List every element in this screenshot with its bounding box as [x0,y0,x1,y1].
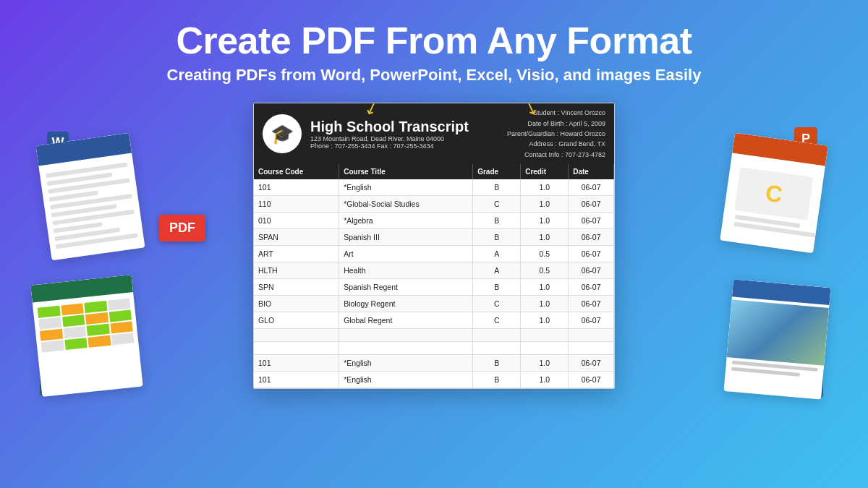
col-header-grade: Grade [473,164,521,179]
cell-12-4: 06-07 [569,372,614,388]
table-row: 010*AlgebraB1.006-07 [254,213,614,229]
school-address: 123 Mountain Road, Dead River, Maine 040… [310,135,469,142]
excel-cell-9 [40,329,63,341]
school-info: High School Transcript 123 Mountain Road… [310,119,469,150]
student-info: Student : Vincent Orozco Date of Birth :… [507,108,605,160]
pdf-document-header: 🎓 High School Transcript 123 Mountain Ro… [254,103,614,164]
cell-8-2: C [473,312,521,329]
cell-7-4: 06-07 [569,296,614,312]
table-row: SPANSpanish IIIB1.006-07 [254,229,614,246]
cell-4-4: 06-07 [569,246,614,262]
cell-3-3: 1.0 [521,229,569,246]
cell-0-2: B [473,179,521,196]
cell-2-1: *Algebra [339,213,473,229]
cell-3-2: B [473,229,521,246]
cell-9-1 [339,329,473,342]
c-letter: C [764,179,784,208]
transcript-table: Course Code Course Title Grade Credit Da… [254,164,614,388]
cell-9-4 [569,329,614,342]
excel-cell-15 [88,335,111,348]
excel-cell-5 [38,317,61,330]
cell-8-3: 1.0 [521,312,569,329]
student-guardian: Parent/Guardian : Howard Orozco [507,129,605,139]
cell-1-2: C [473,196,521,213]
table-row: 101*EnglishB1.006-07 [254,179,614,196]
cell-1-1: *Global-Social Studies [339,196,473,213]
cell-11-3: 1.0 [521,355,569,372]
pdf-document: 🎓 High School Transcript 123 Mountain Ro… [253,103,615,389]
excel-cell-14 [64,338,88,350]
student-contact: Contact Info : 707-273-4782 [507,150,605,160]
sub-title: Creating PDFs from Word, PowerPoint, Exc… [14,66,854,85]
student-name: Student : Vincent Orozco [507,108,605,118]
cell-9-3 [521,329,569,342]
cell-10-3 [521,342,569,355]
cell-10-1 [339,342,473,355]
cell-4-1: Art [339,246,473,262]
cell-11-1: *English [339,355,473,372]
cell-11-4: 06-07 [569,355,614,372]
excel-cell-11 [87,324,110,336]
table-row: SPNSpanish RegentB1.006-07 [254,279,614,296]
cell-5-3: 0.5 [521,262,569,279]
cell-3-0: SPAN [254,229,339,246]
col-header-credit: Credit [521,164,569,179]
cell-4-3: 0.5 [521,246,569,262]
cell-6-4: 06-07 [569,279,614,296]
col-header-title: Course Title [339,164,473,179]
excel-grid [33,294,139,357]
cell-7-0: BIO [254,296,339,312]
cell-3-1: Spanish III [339,229,473,246]
cell-1-0: 110 [254,196,339,213]
visio-image [727,299,829,365]
cell-10-2 [473,342,521,355]
excel-cell-4 [108,299,131,311]
cell-6-0: SPN [254,279,339,296]
cell-1-4: 06-07 [569,196,614,213]
table-row: 101*EnglishB1.006-07 [254,355,614,372]
cell-5-4: 06-07 [569,262,614,279]
cell-2-4: 06-07 [569,213,614,229]
school-title: High School Transcript [310,119,469,135]
cell-6-3: 1.0 [521,279,569,296]
cell-7-1: Biology Regent [339,296,473,312]
cell-8-1: Global Regent [339,312,473,329]
excel-cell-10 [63,326,86,338]
cell-9-0 [254,329,339,342]
table-row: HLTHHealthA0.506-07 [254,262,614,279]
student-dob: Date of Birth : April 5, 2009 [507,119,605,129]
excel-cell-12 [110,322,133,334]
excel-cell-3 [84,301,107,313]
table-row: BIOBiology RegentC1.006-07 [254,296,614,312]
cell-0-1: *English [339,179,473,196]
col-header-code: Course Code [254,164,339,179]
cell-3-4: 06-07 [569,229,614,246]
cell-12-2: B [473,372,521,388]
table-row: GLOGlobal RegentC1.006-07 [254,312,614,329]
cell-12-0: 101 [254,372,339,388]
cell-8-0: GLO [254,312,339,329]
school-logo: 🎓 [263,114,302,153]
cell-0-3: 1.0 [521,179,569,196]
word-card [35,133,145,261]
cell-2-3: 1.0 [521,213,569,229]
excel-cell-6 [62,314,85,327]
cell-0-0: 101 [254,179,339,196]
ppt-card: C [720,133,828,254]
ppt-card-content: C [721,156,825,247]
cell-10-0 [254,342,339,355]
cell-8-4: 06-07 [569,312,614,329]
cell-11-2: B [473,355,521,372]
excel-card [30,275,142,397]
pdf-title-area: 🎓 High School Transcript 123 Mountain Ro… [263,114,469,153]
cell-12-3: 1.0 [521,372,569,388]
pdf-badge: PDF [159,215,205,241]
cell-12-1: *English [339,372,473,388]
cell-2-0: 010 [254,213,339,229]
table-row [254,329,614,342]
excel-cell-2 [61,304,84,316]
col-header-date: Date [569,164,614,179]
excel-cell-1 [38,306,61,318]
table-row: 101*EnglishB1.006-07 [254,372,614,388]
excel-cell-8 [109,310,132,322]
